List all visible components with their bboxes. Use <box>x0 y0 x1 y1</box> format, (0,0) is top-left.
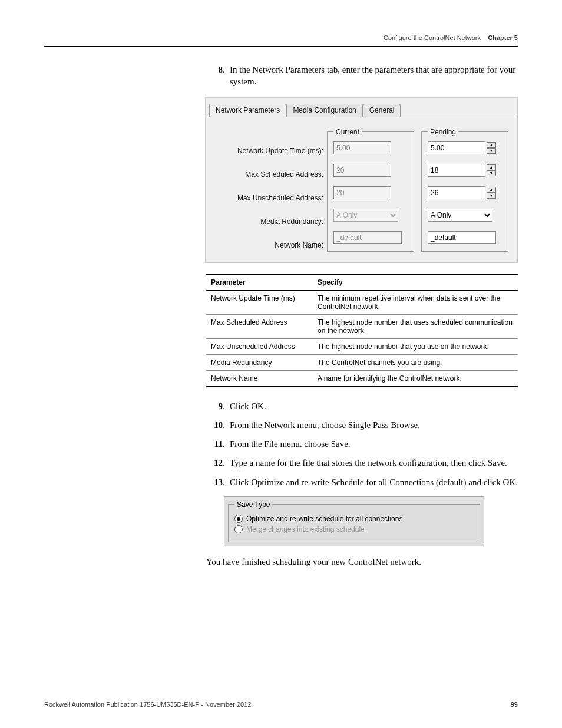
label-msa: Max Scheduled Address: <box>245 168 323 181</box>
parameter-table: Parameter Specify Network Update Time (m… <box>206 274 518 387</box>
step-12: 12. Type a name for the file that stores… <box>206 457 518 469</box>
pending-mua[interactable] <box>428 186 485 199</box>
spinner-mua[interactable]: ▲ ▼ <box>487 187 496 199</box>
table-row: Max Scheduled Address The highest node n… <box>206 314 518 338</box>
spinner-nut[interactable]: ▲ ▼ <box>487 142 496 154</box>
tab-media-configuration[interactable]: Media Configuration <box>286 104 362 117</box>
pending-mr[interactable]: A Only <box>428 209 492 222</box>
network-parameters-dialog: Network Parameters Media Configuration G… <box>205 97 518 263</box>
label-mua: Max Unscheduled Address: <box>237 192 323 205</box>
spin-down-icon[interactable]: ▼ <box>487 193 496 199</box>
radio-optimize[interactable]: Optimize and re-write schedule for all c… <box>234 515 474 523</box>
current-nut <box>333 141 391 154</box>
tab-network-parameters[interactable]: Network Parameters <box>209 104 286 117</box>
radio-icon <box>234 515 243 523</box>
current-group: Current A Only <box>327 128 414 252</box>
param-labels: Network Update Time (ms): Max Scheduled … <box>211 128 323 252</box>
header-chapter: Chapter 5 <box>488 34 518 41</box>
closing-text: You have finished scheduling your new Co… <box>206 557 518 567</box>
current-mua <box>333 186 391 199</box>
spinner-msa[interactable]: ▲ ▼ <box>487 164 496 176</box>
pending-nn[interactable] <box>428 231 496 244</box>
radio-merge: Merge changes into existing schedule <box>234 525 474 533</box>
step-11: 11. From the File menu, choose Save. <box>206 438 518 450</box>
th-parameter: Parameter <box>206 274 313 291</box>
tab-general[interactable]: General <box>363 104 401 117</box>
label-nut: Network Update Time (ms): <box>237 144 323 157</box>
table-row: Network Name A name for identifying the … <box>206 370 518 387</box>
spin-down-icon[interactable]: ▼ <box>487 148 496 154</box>
footer-publication: Rockwell Automation Publication 1756-UM5… <box>44 701 251 708</box>
pending-nut[interactable] <box>428 141 485 154</box>
th-specify: Specify <box>313 274 518 291</box>
footer-page-number: 99 <box>511 701 518 708</box>
spin-down-icon[interactable]: ▼ <box>487 170 496 176</box>
current-legend: Current <box>333 128 362 136</box>
pending-msa[interactable] <box>428 164 485 177</box>
save-type-legend: Save Type <box>234 500 272 509</box>
step-8: 8. In the Network Parameters tab, enter … <box>206 64 518 88</box>
spin-up-icon[interactable]: ▲ <box>487 187 496 193</box>
step-10: 10. From the Network menu, choose Single… <box>206 419 518 431</box>
table-row: Max Unscheduled Address The highest node… <box>206 338 518 354</box>
pending-legend: Pending <box>428 128 458 136</box>
label-mr: Media Redundancy: <box>260 215 323 228</box>
page-footer: Rockwell Automation Publication 1756-UM5… <box>44 701 518 708</box>
label-nn: Network Name: <box>275 239 323 252</box>
table-row: Network Update Time (ms) The minimum rep… <box>206 290 518 314</box>
dialog-tabs: Network Parameters Media Configuration G… <box>206 98 517 117</box>
spin-up-icon[interactable]: ▲ <box>487 164 496 170</box>
current-msa <box>333 164 391 177</box>
current-mr: A Only <box>333 209 398 222</box>
header-rule <box>44 46 518 47</box>
table-row: Media Redundancy The ControlNet channels… <box>206 354 518 370</box>
step-13: 13. Click Optimize and re-write Schedule… <box>206 476 518 488</box>
spin-up-icon[interactable]: ▲ <box>487 142 496 148</box>
pending-group: Pending ▲ ▼ ▲ ▼ <box>421 128 508 252</box>
radio-icon <box>234 525 243 533</box>
save-type-dialog: Save Type Optimize and re-write schedule… <box>224 496 484 546</box>
page-header: Configure the ControlNet Network Chapter… <box>384 34 518 41</box>
step-9: 9. Click OK. <box>206 400 518 412</box>
current-nn <box>333 231 402 244</box>
header-title: Configure the ControlNet Network <box>384 34 481 41</box>
